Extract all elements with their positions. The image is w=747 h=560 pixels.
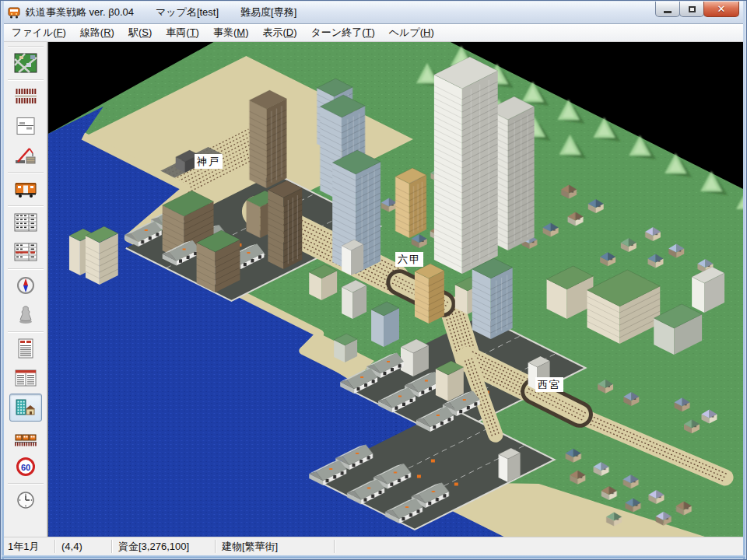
building[interactable] xyxy=(499,448,521,482)
building[interactable] xyxy=(342,240,363,275)
window-frame: 鉄道事業戦略 ver. β0.04 マップ名[test] 難易度[専務] ✕ フ… xyxy=(0,0,747,560)
window-title: 鉄道事業戦略 ver. β0.04 マップ名[test] 難易度[専務] xyxy=(26,5,296,19)
restore-icon xyxy=(689,6,696,12)
report-tool-icon[interactable] xyxy=(9,334,42,362)
building[interactable] xyxy=(197,230,240,292)
svg-text:60: 60 xyxy=(20,463,30,472)
menu-item-7[interactable]: ヘルプ(H) xyxy=(382,23,441,42)
game-map-canvas[interactable] xyxy=(48,42,743,537)
toolbar-separator xyxy=(8,46,44,47)
statusbar: 1年1月(4,4)資金[3,276,100]建物[繁華街] xyxy=(2,537,745,555)
diagram-tool-icon[interactable] xyxy=(9,238,42,266)
toolbar-separator xyxy=(8,79,44,80)
crane-tool-icon[interactable] xyxy=(9,142,42,170)
menu-item-5[interactable]: 表示(D) xyxy=(255,23,303,42)
app-title: 鉄道事業戦略 ver. β0.04 xyxy=(26,5,134,19)
building[interactable] xyxy=(371,302,399,347)
clock-tool-icon[interactable] xyxy=(9,486,42,514)
timetable-tool-icon[interactable] xyxy=(9,208,42,236)
train-line-tool-icon[interactable] xyxy=(9,423,42,451)
status-field-3: 建物[繁華街] xyxy=(216,540,334,554)
app-window: 鉄道事業戦略 ver. β0.04 マップ名[test] 難易度[専務] ✕ フ… xyxy=(0,0,747,560)
app-icon xyxy=(8,7,20,19)
titlebar[interactable]: 鉄道事業戦略 ver. β0.04 マップ名[test] 難易度[専務] ✕ xyxy=(2,2,745,24)
close-button[interactable]: ✕ xyxy=(703,2,739,17)
window-border-left xyxy=(2,1,4,559)
menu-item-6[interactable]: ターン終了(T) xyxy=(304,23,382,42)
map-tool-icon[interactable] xyxy=(9,49,42,77)
compass-tool-icon[interactable] xyxy=(9,271,42,299)
map-name: マップ名[test] xyxy=(156,5,219,19)
building[interactable] xyxy=(342,280,366,319)
track-tool-icon[interactable] xyxy=(9,82,42,110)
window-controls: ✕ xyxy=(656,2,739,17)
map-viewport[interactable]: 神戸六甲西宮 xyxy=(47,42,743,537)
place-label-0: 神戸 xyxy=(195,154,223,169)
ledger-tool-icon[interactable] xyxy=(9,364,42,392)
building[interactable] xyxy=(436,361,464,401)
train-car-tool-icon[interactable] xyxy=(9,175,42,203)
station-tool-icon[interactable] xyxy=(9,112,42,140)
status-separator xyxy=(334,540,335,553)
status-field-1: (4,4) xyxy=(55,541,111,552)
minimize-button[interactable] xyxy=(655,2,680,17)
close-icon: ✕ xyxy=(717,4,726,14)
minimize-icon xyxy=(664,11,672,13)
status-field-0: 1年1月 xyxy=(2,540,54,554)
speed-limit-tool-icon[interactable]: 60 xyxy=(9,453,42,481)
menu-item-1[interactable]: 線路(R) xyxy=(73,23,121,42)
menu-item-4[interactable]: 事業(M) xyxy=(206,23,256,42)
toolbar-separator xyxy=(8,331,44,332)
building[interactable] xyxy=(472,258,513,339)
building[interactable] xyxy=(434,57,498,274)
menu-item-2[interactable]: 駅(S) xyxy=(121,23,159,42)
building-tool-icon[interactable] xyxy=(9,394,42,422)
place-label-2: 西宮 xyxy=(535,377,563,392)
building[interactable] xyxy=(268,180,302,269)
main-area: 60 神戸六甲西宮 xyxy=(4,42,743,537)
menu-item-0[interactable]: ファイル(F) xyxy=(5,23,73,42)
statue-tool-icon[interactable] xyxy=(9,301,42,329)
status-field-2: 資金[3,276,100] xyxy=(112,540,215,554)
building[interactable] xyxy=(415,264,444,324)
restore-button[interactable] xyxy=(679,2,704,17)
building[interactable] xyxy=(395,168,426,238)
toolbar-separator xyxy=(8,205,44,206)
menubar: ファイル(F)線路(R)駅(S)車両(T)事業(M)表示(D)ターン終了(T)ヘ… xyxy=(2,24,745,42)
window-border-bottom xyxy=(2,555,745,558)
toolbar-separator xyxy=(8,268,44,269)
place-label-1: 六甲 xyxy=(395,252,423,267)
difficulty: 難易度[専務] xyxy=(240,5,296,19)
window-border-right xyxy=(743,1,745,559)
toolbar-separator xyxy=(8,483,44,484)
building[interactable] xyxy=(249,90,286,188)
toolbar: 60 xyxy=(4,42,47,537)
toolbar-separator xyxy=(8,172,44,173)
building[interactable] xyxy=(86,226,118,285)
menu-item-3[interactable]: 車両(T) xyxy=(159,23,206,42)
